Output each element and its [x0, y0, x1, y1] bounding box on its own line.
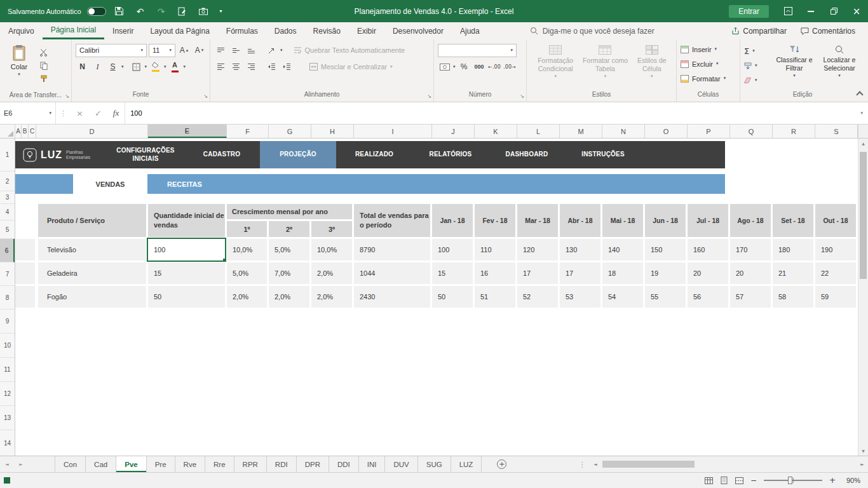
tab-exibir[interactable]: Exibir: [349, 22, 384, 39]
font-color-icon[interactable]: A: [168, 60, 182, 74]
name-box[interactable]: E6 ▾: [0, 102, 56, 124]
selected-cell-e6[interactable]: 100: [148, 239, 225, 261]
page-break-view-icon[interactable]: [735, 477, 743, 484]
format-cells-button[interactable]: Formatar ▾: [681, 71, 737, 86]
row-header-1[interactable]: 1: [0, 139, 15, 172]
column-header-r[interactable]: R: [773, 125, 815, 138]
increase-font-icon[interactable]: A▴: [177, 44, 191, 57]
qat-customize-icon[interactable]: ▾: [217, 4, 226, 19]
sheet-tab-pve[interactable]: Pve: [116, 456, 146, 472]
close-button[interactable]: ×: [845, 0, 868, 22]
number-dialog-launcher-icon[interactable]: ↘: [520, 93, 524, 99]
column-header-d[interactable]: D: [36, 125, 148, 138]
sheet-content[interactable]: LUZ Planilhas Empresariais CONFIGURAÇÕES…: [15, 139, 858, 456]
sheet-tab-rdi[interactable]: RDI: [267, 456, 297, 472]
sheet-tab-rve[interactable]: Rve: [175, 456, 205, 472]
tab-formulas[interactable]: Fórmulas: [218, 22, 266, 39]
cut-icon[interactable]: [37, 46, 50, 59]
nav-instrucoes[interactable]: INSTRUÇÕES: [565, 141, 641, 168]
tab-dados[interactable]: Dados: [266, 22, 305, 39]
insert-cells-button[interactable]: Inserir ▾: [681, 42, 737, 57]
confirm-entry-icon[interactable]: ✓: [89, 102, 107, 124]
accounting-format-icon[interactable]: [438, 60, 451, 74]
row-header-8[interactable]: 8: [0, 286, 15, 309]
column-header-k[interactable]: K: [475, 125, 517, 138]
header-month[interactable]: Jun - 18: [645, 204, 686, 237]
zoom-slider[interactable]: [764, 476, 822, 485]
camera-icon[interactable]: [196, 4, 211, 19]
paste-button[interactable]: Colar ▾: [4, 43, 34, 91]
cancel-entry-icon[interactable]: ×: [71, 102, 89, 124]
page-layout-view-icon[interactable]: [720, 477, 728, 484]
tab-ajuda[interactable]: Ajuda: [452, 22, 488, 39]
header-ano-2[interactable]: 2º: [269, 221, 309, 237]
column-header-l[interactable]: L: [517, 125, 560, 138]
increase-decimal-icon[interactable]: ←.00: [488, 60, 501, 74]
orientation-icon[interactable]: [265, 44, 278, 57]
column-header-e[interactable]: E: [148, 125, 227, 138]
comments-button[interactable]: Comentários: [794, 25, 862, 37]
ribbon-display-options-icon[interactable]: [776, 0, 799, 22]
cell-value[interactable]: 54: [602, 286, 643, 308]
find-select-button[interactable]: Localizar e Selecionar ▾: [817, 43, 862, 90]
sheet-tab-sug[interactable]: SUG: [418, 456, 451, 472]
subtab-vendas[interactable]: VENDAS: [73, 174, 147, 194]
format-painter-icon[interactable]: [37, 72, 50, 86]
cell-value[interactable]: 56: [688, 286, 728, 308]
copy-icon[interactable]: [37, 59, 50, 72]
cell-growth[interactable]: 7,0%: [269, 262, 309, 284]
cell-value[interactable]: 18: [602, 262, 643, 284]
cell-product[interactable]: Fogão: [38, 286, 146, 308]
number-format-select[interactable]: ▾: [438, 44, 517, 57]
merge-center-button[interactable]: Mesclar e Centralizar ▾: [309, 63, 392, 71]
sheet-tab-con[interactable]: Con: [55, 456, 86, 472]
nav-configuracoes-iniciais[interactable]: CONFIGURAÇÕES INICIAIS: [107, 141, 184, 168]
clipboard-dialog-launcher-icon[interactable]: ↘: [65, 93, 69, 99]
tab-pagina-inicial[interactable]: Página Inicial: [43, 22, 104, 39]
header-month[interactable]: Mar - 18: [517, 204, 558, 237]
expand-formula-bar-icon[interactable]: ▾: [855, 102, 868, 124]
sheet-tab-rre[interactable]: Rre: [205, 456, 234, 472]
cell-value[interactable]: 190: [815, 239, 856, 261]
nav-realizado[interactable]: REALIZADO: [336, 141, 412, 168]
header-ano-3[interactable]: 3º: [311, 221, 352, 237]
row-header-3[interactable]: 3: [0, 191, 15, 204]
scroll-right-icon[interactable]: ►: [857, 462, 868, 467]
header-month[interactable]: Set - 18: [773, 204, 813, 237]
redo-icon[interactable]: ↷: [154, 4, 169, 19]
cell-initial[interactable]: 50: [148, 286, 225, 308]
nav-cadastro[interactable]: CADASTRO: [184, 141, 260, 168]
comma-style-button[interactable]: 000: [473, 60, 486, 74]
row-header-13[interactable]: 13: [0, 406, 15, 430]
column-header-c[interactable]: C: [29, 125, 36, 138]
tab-layout-da-pagina[interactable]: Layout da Página: [142, 22, 217, 39]
row-header-6[interactable]: 6: [0, 239, 15, 262]
vertical-scroll-track[interactable]: [858, 148, 868, 446]
vertical-scroll-thumb[interactable]: [860, 152, 867, 279]
header-month[interactable]: Jul - 18: [688, 204, 728, 237]
tab-desenvolvedor[interactable]: Desenvolvedor: [384, 22, 452, 39]
subtab-receitas[interactable]: RECEITAS: [147, 174, 222, 194]
horizontal-scroll-track[interactable]: [601, 461, 857, 468]
format-as-table-button[interactable]: Formatar como Tabela ▾: [581, 43, 629, 90]
cell-value[interactable]: 150: [645, 239, 686, 261]
header-month[interactable]: Out - 18: [815, 204, 856, 237]
decrease-decimal-icon[interactable]: .00→: [503, 60, 517, 74]
cell-value[interactable]: 160: [688, 239, 728, 261]
sheet-tab-rpr[interactable]: RPR: [234, 456, 267, 472]
print-preview-icon[interactable]: [175, 4, 190, 19]
sheet-nav-right-icon[interactable]: ►: [14, 456, 28, 472]
row-header-2[interactable]: 2: [0, 172, 15, 191]
select-all-button[interactable]: [0, 125, 15, 138]
margin-cell[interactable]: [15, 239, 35, 261]
cell-value[interactable]: 170: [730, 239, 771, 261]
cell-value[interactable]: 20: [688, 262, 728, 284]
fill-color-icon[interactable]: [149, 60, 162, 74]
row-header-4[interactable]: 4: [0, 204, 15, 220]
formula-input[interactable]: 100: [125, 102, 855, 124]
zoom-in-icon[interactable]: +: [829, 476, 836, 485]
sheet-tab-pre[interactable]: Pre: [147, 456, 175, 472]
formula-bar-drag-handle[interactable]: ⋮: [56, 102, 71, 124]
cell-value[interactable]: 17: [517, 262, 558, 284]
row-header-14[interactable]: 14: [0, 430, 15, 456]
